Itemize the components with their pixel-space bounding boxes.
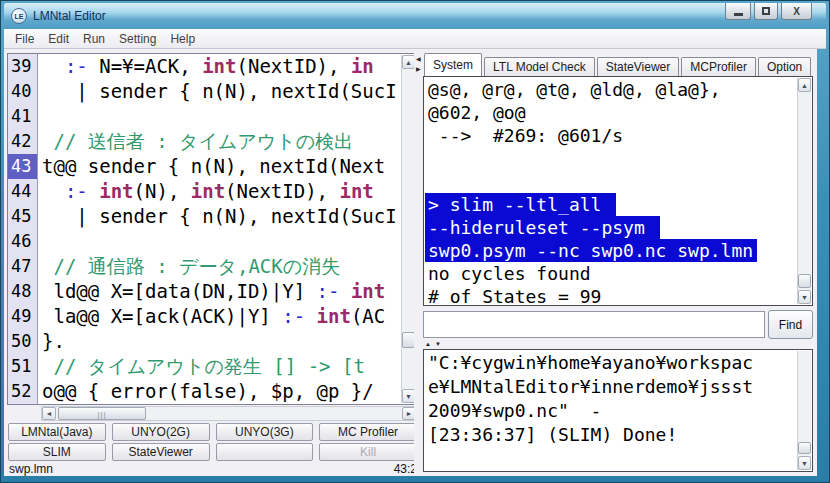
console-line: no cycles found [425, 262, 796, 285]
line-number: 43 [8, 154, 38, 179]
line-number: 52 [8, 379, 38, 404]
line-number: 48 [8, 279, 38, 304]
scroll-down-icon[interactable]: ▼ [798, 290, 811, 304]
code-text [38, 104, 416, 129]
run-pane: SystemLTL Model CheckStateViewerMCProfil… [421, 49, 817, 476]
console-scroll-thumb[interactable] [798, 274, 811, 288]
console-line: @s@, @r@, @t@, @ld@, @la@}, [425, 78, 796, 101]
app-icon: LE [11, 8, 27, 24]
find-button[interactable]: Find [768, 310, 813, 339]
code-text: :- N=¥=ACK, int(NextID), in [38, 54, 416, 79]
menu-item-help[interactable]: Help [163, 30, 202, 48]
tab-mcprofiler[interactable]: MCProfiler [681, 57, 756, 76]
splitter-collapse-left-icon[interactable]: ◀ [416, 56, 421, 62]
tab-option[interactable]: Option [758, 57, 811, 76]
status-filename: swp.lmn [9, 462, 53, 476]
editor-line[interactable]: 48 ld@@ X=[data(DN,ID)|Y] :- int [8, 279, 416, 304]
editor-line[interactable]: 39 :- N=¥=ACK, int(NextID), in [8, 54, 416, 79]
code-editor[interactable]: 39 :- N=¥=ACK, int(NextID), in40 | sende… [7, 53, 417, 405]
title-bar[interactable]: LE LMNtal Editor X [4, 3, 826, 29]
tab-system[interactable]: System [424, 53, 482, 76]
code-text: ld@@ X=[data(DN,ID)|Y] :- int [38, 279, 416, 304]
code-text [38, 229, 416, 254]
button-unyo-3g-[interactable]: UNYO(3G) [216, 423, 314, 441]
tab-bar: SystemLTL Model CheckStateViewerMCProfil… [424, 53, 815, 76]
editor-line[interactable]: 50}. [8, 329, 416, 354]
output-log[interactable]: "C:¥cygwin¥home¥ayano¥workspace¥LMNtalEd… [423, 349, 813, 472]
editor-line[interactable]: 45 | sender { n(N), nextId(SucI [8, 204, 416, 229]
console-line: @602, @o@ [425, 101, 796, 124]
window-title: LMNtal Editor [33, 9, 106, 23]
code-text: la@@ X=[ack(ACK)|Y] :- int(AC [38, 304, 416, 329]
output-scroll-thumb[interactable] [798, 442, 811, 454]
scrollbar-corner [7, 406, 41, 421]
menu-bar: FileEditRunSettingHelp [4, 29, 826, 49]
output-splitter[interactable]: ▲ ▼ [425, 340, 441, 348]
editor-horizontal-scrollbar[interactable]: ◄ ||| ► [7, 406, 417, 421]
line-number: 45 [8, 204, 38, 229]
button-blank[interactable] [216, 443, 314, 461]
scroll-left-icon[interactable]: ◄ [42, 407, 56, 420]
editor-line[interactable]: 43t@@ sender { n(N), nextId(Next [8, 154, 416, 179]
editor-line[interactable]: 49 la@@ X=[ack(ACK)|Y] :- int(AC [8, 304, 416, 329]
scroll-down-icon[interactable]: ▼ [798, 456, 811, 470]
button-unyo-2g-[interactable]: UNYO(2G) [112, 423, 210, 441]
button-mc-profiler[interactable]: MC Profiler [319, 423, 417, 441]
app-window: LE LMNtal Editor X FileEditRunSettingHel… [0, 0, 830, 483]
editor-vertical-scrollbar[interactable]: ▲ ▼ [401, 55, 415, 403]
line-number: 51 [8, 354, 38, 379]
line-number: 41 [8, 104, 38, 129]
editor-line[interactable]: 46 [8, 229, 416, 254]
tab-stateviewer[interactable]: StateViewer [597, 57, 679, 76]
code-text: // 通信路 : データ,ACKの消失 [38, 254, 416, 279]
system-console[interactable]: @s@, @r@, @t@, @ld@, @la@},@602, @o@ -->… [423, 76, 813, 306]
splitter-collapse-right-icon[interactable]: ▶ [416, 66, 421, 72]
editor-line[interactable]: 52o@@ { error(false), $p, @p }/ [8, 379, 416, 404]
console-vertical-scrollbar[interactable]: ▲ ▼ [797, 78, 811, 304]
code-text: :- int(N), int(NextID), int [38, 179, 416, 204]
tab-ltl-model-check[interactable]: LTL Model Check [484, 57, 595, 76]
button-stateviewer[interactable]: StateViewer [112, 443, 210, 461]
line-number: 46 [8, 229, 38, 254]
editor-line[interactable]: 51 // タイムアウトの発生 [] -> [t [8, 354, 416, 379]
menu-item-edit[interactable]: Edit [41, 30, 76, 48]
maximize-button[interactable] [754, 3, 778, 20]
console-line: swp0.psym --nc swp0.nc swp.lmn [425, 239, 757, 262]
editor-line[interactable]: 42 // 送信者 : タイムアウトの検出 [8, 129, 416, 154]
button-lmntal-java-[interactable]: LMNtal(Java) [8, 423, 106, 441]
status-bar: swp.lmn 43:2 [9, 461, 417, 476]
find-input[interactable] [423, 311, 765, 338]
close-button[interactable]: X [781, 3, 812, 20]
maximize-icon [762, 7, 770, 15]
menu-item-file[interactable]: File [8, 30, 41, 48]
minimize-icon [734, 13, 743, 16]
output-line: "C:¥cygwin¥home¥ayano¥workspac [425, 351, 796, 375]
menu-item-setting[interactable]: Setting [112, 30, 163, 48]
editor-line[interactable]: 47 // 通信路 : データ,ACKの消失 [8, 254, 416, 279]
line-number: 47 [8, 254, 38, 279]
output-line: 2009¥swp0.nc" - [425, 399, 796, 423]
splitter-down-icon[interactable]: ▼ [435, 341, 441, 347]
menu-item-run[interactable]: Run [76, 30, 112, 48]
console-line: > slim --ltl_all [425, 193, 616, 216]
output-line: e¥LMNtalEditor¥innerdemo¥jssst [425, 375, 796, 399]
minimize-button[interactable] [725, 3, 751, 20]
editor-pane: 39 :- N=¥=ACK, int(NextID), in40 | sende… [4, 49, 421, 476]
line-number: 50 [8, 329, 38, 354]
code-text: // 送信者 : タイムアウトの検出 [38, 129, 416, 154]
line-number: 49 [8, 304, 38, 329]
output-line: [23:36:37] (SLIM) Done! [425, 423, 796, 447]
code-text: o@@ { error(false), $p, @p }/ [38, 379, 416, 404]
editor-line[interactable]: 41 [8, 104, 416, 129]
code-text: }. [38, 329, 416, 354]
output-vertical-scrollbar[interactable]: ▼ [797, 351, 811, 470]
code-text: t@@ sender { n(N), nextId(Next [38, 154, 416, 179]
editor-line[interactable]: 40 | sender { n(N), nextId(SucI [8, 79, 416, 104]
button-slim[interactable]: SLIM [8, 443, 106, 461]
editor-line[interactable]: 44 :- int(N), int(NextID), int [8, 179, 416, 204]
scroll-up-icon[interactable]: ▲ [798, 78, 811, 92]
button-kill: Kill [319, 443, 417, 461]
editor-hscroll-thumb[interactable]: ||| [58, 407, 146, 420]
splitter-up-icon[interactable]: ▲ [425, 341, 431, 347]
line-number: 44 [8, 179, 38, 204]
